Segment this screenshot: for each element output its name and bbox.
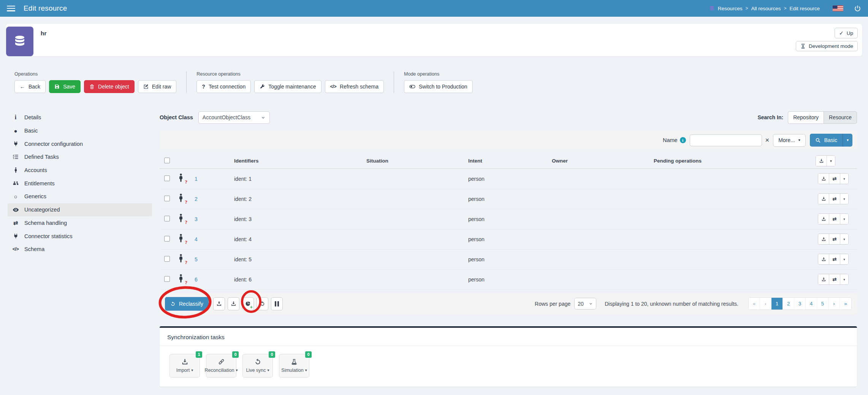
shadow-name-link[interactable]: 4: [195, 236, 198, 242]
exchange-arrows-icon[interactable]: ⇄: [829, 274, 840, 284]
save-button[interactable]: Save: [49, 80, 81, 93]
page-3-button[interactable]: 3: [794, 298, 806, 310]
page-last-button[interactable]: »: [840, 298, 851, 310]
live-sync-task-button[interactable]: 0 Live sync▾: [242, 354, 273, 378]
plug-icon: [12, 141, 19, 147]
search-in-resource-button[interactable]: Resource: [824, 111, 857, 124]
refresh-table-button[interactable]: [257, 297, 268, 310]
owner-cell: [550, 189, 651, 209]
import-shadows-button[interactable]: [213, 297, 225, 310]
intent-cell: person: [466, 209, 550, 229]
clear-search-button[interactable]: ×: [765, 137, 770, 144]
page-1-button[interactable]: 1: [771, 298, 783, 310]
sidebar-item-basic[interactable]: ● Basic: [8, 124, 152, 137]
more-filters-button[interactable]: More... ▾: [773, 134, 806, 147]
delete-object-button[interactable]: Delete object: [84, 80, 135, 93]
toggle-paging-button[interactable]: [271, 297, 283, 310]
row-checkbox[interactable]: [164, 196, 170, 201]
back-button[interactable]: ← Back: [14, 80, 46, 93]
reconciliation-task-button[interactable]: 0 Reconciliation▾: [206, 354, 236, 378]
exchange-arrows-icon[interactable]: ⇄: [829, 234, 840, 244]
create-report-button[interactable]: +: [242, 297, 254, 310]
breadcrumb-edit-resource[interactable]: Edit resource: [789, 6, 820, 11]
download-icon[interactable]: [818, 234, 829, 244]
refresh-schema-button[interactable]: </> Refresh schema: [325, 80, 384, 93]
caret-down-icon[interactable]: ▾: [840, 194, 848, 204]
caret-down-icon: ▾: [847, 138, 849, 142]
sidebar-item-generics[interactable]: ○ Generics: [8, 190, 152, 203]
test-connection-button[interactable]: ? Test connection: [196, 80, 251, 93]
row-checkbox[interactable]: [164, 175, 170, 181]
search-in-label: Search In:: [757, 114, 783, 120]
caret-down-icon[interactable]: ▾: [840, 214, 848, 224]
tasks-list-icon: [12, 154, 19, 160]
export-download-icon[interactable]: [816, 156, 827, 166]
intent-cell: person: [466, 249, 550, 269]
database-icon: [709, 6, 715, 11]
sidebar-item-uncategorized[interactable]: Uncategorized: [8, 203, 152, 216]
caret-down-icon[interactable]: ▾: [840, 254, 848, 264]
sidebar-item-accounts[interactable]: Accounts: [8, 164, 152, 177]
mode-operations-group-label: Mode operations: [404, 71, 473, 77]
row-checkbox[interactable]: [164, 256, 170, 262]
sidebar-item-connector-configuration[interactable]: Connector configuration: [8, 137, 152, 150]
shadow-name-link[interactable]: 6: [195, 276, 198, 283]
page-5-button[interactable]: 5: [817, 298, 828, 310]
import-task-button[interactable]: 1 Import▾: [169, 354, 200, 378]
plug-icon: [12, 233, 19, 239]
exchange-arrows-icon[interactable]: ⇄: [829, 174, 840, 184]
download-icon[interactable]: [818, 274, 829, 284]
download-icon[interactable]: [818, 194, 829, 204]
search-mode-caret-button[interactable]: ▾: [843, 134, 852, 147]
exchange-arrows-icon[interactable]: ⇄: [829, 214, 840, 224]
simulation-task-button[interactable]: 0 Simulation▾: [279, 354, 309, 378]
caret-down-icon[interactable]: ▾: [840, 234, 848, 244]
resource-operations-group: Resource operations ? Test connection To…: [196, 71, 394, 93]
breadcrumb-all-resources[interactable]: All resources: [751, 6, 781, 11]
page-2-button[interactable]: 2: [783, 298, 794, 310]
reclassify-button[interactable]: Reclassify: [165, 297, 209, 311]
shadow-name-link[interactable]: 2: [195, 196, 198, 202]
sidebar-item-entitlements[interactable]: Entitlements: [8, 177, 152, 190]
shadow-name-link[interactable]: 5: [195, 256, 198, 262]
row-checkbox[interactable]: [164, 276, 170, 282]
exchange-arrows-icon[interactable]: ⇄: [829, 194, 840, 204]
caret-down-icon[interactable]: ▾: [840, 274, 848, 284]
rows-per-page-select[interactable]: 20: [574, 298, 596, 310]
select-all-checkbox[interactable]: [164, 158, 170, 163]
unknown-situation-question-icon: ?: [185, 280, 188, 286]
pending-operations-cell: [651, 209, 813, 229]
download-icon[interactable]: [818, 174, 829, 184]
export-shadows-button[interactable]: [228, 297, 239, 310]
locale-flag-us[interactable]: [833, 5, 843, 11]
sidebar-item-defined-tasks[interactable]: Defined Tasks: [8, 150, 152, 164]
identifier-cell: ident: 2: [228, 189, 364, 209]
exchange-arrows-icon[interactable]: ⇄: [829, 254, 840, 264]
search-in-repository-button[interactable]: Repository: [788, 111, 824, 124]
page-4-button[interactable]: 4: [806, 298, 817, 310]
toggle-maintenance-button[interactable]: Toggle maintenance: [254, 80, 321, 93]
basic-search-button[interactable]: Basic: [810, 134, 843, 147]
object-class-select[interactable]: AccountObjectClass: [198, 111, 270, 124]
name-search-input[interactable]: [690, 134, 762, 146]
download-icon[interactable]: [818, 214, 829, 224]
sidebar-item-schema-handling[interactable]: ⇄ Schema handling: [8, 216, 152, 230]
sidebar-item-details[interactable]: i Details: [8, 111, 152, 124]
edit-raw-button[interactable]: Edit raw: [138, 80, 177, 93]
menu-toggle-icon[interactable]: [7, 6, 15, 11]
breadcrumb-resources[interactable]: Resources: [718, 6, 743, 11]
page-next-button[interactable]: ›: [828, 298, 840, 310]
switch-to-production-button[interactable]: Switch to Production: [404, 80, 473, 93]
shadow-name-link[interactable]: 3: [195, 216, 198, 222]
caret-down-icon[interactable]: ▾: [827, 156, 835, 166]
page-first-button[interactable]: «: [749, 298, 760, 310]
download-icon[interactable]: [818, 254, 829, 264]
logout-power-icon[interactable]: [854, 5, 861, 12]
page-prev-button[interactable]: ‹: [760, 298, 771, 310]
shadow-name-link[interactable]: 1: [195, 176, 198, 182]
row-checkbox[interactable]: [164, 236, 170, 242]
sidebar-item-schema[interactable]: </> Schema: [8, 243, 152, 256]
sidebar-item-connector-statistics[interactable]: Connector statistics: [8, 229, 152, 243]
caret-down-icon[interactable]: ▾: [840, 174, 848, 184]
row-checkbox[interactable]: [164, 216, 170, 221]
